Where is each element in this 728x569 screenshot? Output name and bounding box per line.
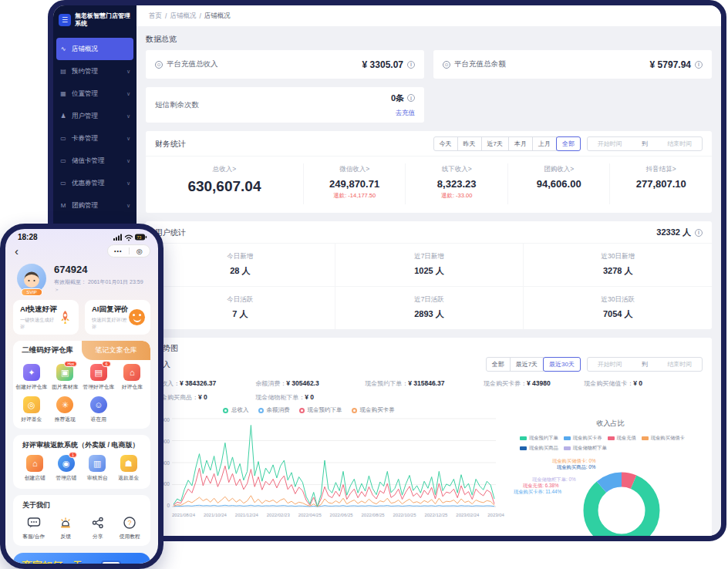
sidebar-item-user[interactable]: ♟ 用户管理∨	[53, 105, 136, 127]
more-menu-icon[interactable]: •••	[108, 248, 129, 254]
promo-banner[interactable]: 商家如何一天 涨200个好评 点击了解 ✓	[13, 553, 150, 569]
about-item[interactable]: ? 使用教程	[114, 515, 147, 540]
finance-date-filters: 今天昨天近7天本月上月全部	[433, 136, 581, 151]
trend-filter-button[interactable]: 最近30天	[543, 357, 581, 372]
donut-label: 现金购买卡券: 11.44%	[514, 489, 561, 496]
miniprogram-capsule: ••• ◎	[107, 244, 150, 258]
app-item-prize-wheel[interactable]: ✳ 推荐返现	[49, 396, 83, 423]
donut-legend-item[interactable]: 现金购买储值卡	[642, 435, 685, 442]
check-icon: ✓	[109, 564, 116, 569]
feature-grid: ✦ 创建好评仓库▣ 图片素材库Hot▤ 管理好评仓库6⌂ 好评仓库◎ 好评基金✳…	[13, 360, 150, 429]
signal-icon	[113, 234, 122, 241]
finance-stat: 团购收入> 94,606.00	[507, 163, 610, 204]
sidebar-item-card[interactable]: ▭ 卡券管理∨	[53, 127, 136, 150]
info-icon[interactable]: i	[695, 61, 703, 69]
app-item-coins[interactable]: ◎ 好评基金	[15, 396, 49, 423]
audit-doc-icon: ▥	[89, 455, 106, 472]
income-share-chart: 收入占比 现金预约下单现金购买卡券现金充值现金购买储值卡现金购买商品现金储物柜下…	[504, 417, 706, 536]
sidebar-item-calendar[interactable]: ▤ 预约管理∨	[53, 60, 136, 82]
storefront-icon: ⌂	[123, 364, 140, 381]
app-item-money-bag[interactable]: ☗ 返款基金	[113, 455, 145, 482]
sms-label: 短信剩余次数	[155, 100, 199, 110]
donut-legend-item[interactable]: 现金预约下单	[520, 435, 558, 442]
sidebar-item-coupon[interactable]: ▭ 优惠券管理∨	[53, 172, 136, 194]
app-item-shop-create[interactable]: ⌂ 创建店铺	[19, 455, 51, 482]
tab-note-copy-warehouse[interactable]: 笔记文案仓库	[82, 341, 150, 360]
info-icon[interactable]: i	[407, 94, 415, 102]
svip-badge: SVIP	[21, 288, 42, 296]
calendar-icon: ▤	[59, 68, 67, 75]
sidebar-item-group-buy[interactable]: M 团购管理∨	[53, 194, 136, 217]
tab-qrcode-warehouse[interactable]: 二维码好评仓库	[13, 341, 82, 360]
trend-stat: 余额消费：¥ 305462.3	[255, 379, 365, 388]
finance-filter-button[interactable]: 昨天	[457, 136, 482, 151]
app-item-shop-manage[interactable]: ◉ 管理店铺1	[51, 455, 83, 482]
status-time: 18:28	[18, 233, 38, 241]
app-item-image[interactable]: ▣ 图片素材库Hot	[49, 364, 83, 391]
platform-balance-card: ⊙平台充值总余额 ¥ 5797.94i	[433, 50, 712, 79]
membership-expiry[interactable]: 有效期截至： 2061年01月01日 23:59 ＞	[54, 278, 147, 294]
ai-quick-review-card[interactable]: AI快速好评 一键快速生成好评	[13, 300, 79, 335]
money-bag-icon: ☗	[120, 455, 137, 472]
close-circle-icon[interactable]: ◎	[130, 247, 150, 255]
legend-item[interactable]: 余额消费	[258, 406, 290, 414]
section-title: 好评审核返款系统（外卖版 / 电商版）	[18, 440, 146, 450]
breadcrumb-home[interactable]: 首页	[149, 12, 162, 21]
feature-sub: 一键快速生成好评	[20, 317, 57, 331]
shop-create-icon: ⌂	[26, 455, 43, 472]
status-icons: 73	[113, 233, 147, 241]
chevron-down-icon: ∨	[126, 69, 130, 75]
ai-reply-review-card[interactable]: AI回复评价 快速回复好评/差评	[85, 300, 150, 335]
donut-legend-item[interactable]: 现金购买商品	[520, 445, 558, 452]
info-icon[interactable]: i	[695, 229, 703, 237]
trend-filter-button[interactable]: 最近7天	[510, 357, 544, 372]
breadcrumb-sep: /	[199, 12, 201, 20]
finance-filter-button[interactable]: 全部	[556, 136, 581, 151]
about-item[interactable]: 反馈	[50, 515, 83, 540]
donut-legend-item[interactable]: 现金储物柜下单	[564, 445, 607, 452]
legend-item[interactable]: 现金购买卡券	[352, 406, 395, 414]
user-stat-cell: 今日新增28 人	[146, 244, 335, 287]
app-item-wand[interactable]: ✦ 创建好评仓库	[15, 364, 49, 391]
main-content: 首页 / 店铺概况 / 店铺概况 数据总览 ⊙平台充值总收入 ¥ 3305.07…	[136, 5, 721, 536]
feature-title: AI回复评价	[92, 305, 129, 315]
finance-daterange-picker[interactable]: 开始时间 到 结束时间	[587, 136, 703, 151]
app-item-storefront[interactable]: ⌂ 好评仓库	[116, 364, 150, 391]
finance-stat: 抖音结算> 277,807.10	[609, 163, 712, 204]
stored-value-card-icon: ▭	[59, 157, 67, 164]
users-total-value: 32332 人	[656, 227, 691, 238]
sidebar-item-location-grid[interactable]: ▦ 位置管理∨	[53, 82, 136, 105]
legend-item[interactable]: 总收入	[223, 406, 249, 414]
coin-icon: ⊙	[443, 61, 450, 69]
breadcrumb-level1[interactable]: 店铺概况	[170, 12, 196, 21]
app-item-audit-doc[interactable]: ▥ 审核后台	[82, 455, 113, 482]
rocket-icon	[57, 309, 73, 326]
trend-filter-button[interactable]: 全部	[486, 357, 511, 372]
chevron-down-icon: ∨	[126, 203, 130, 209]
about-item[interactable]: 分享	[82, 515, 114, 540]
badge: Hot	[64, 361, 77, 367]
trend-daterange-picker[interactable]: 开始时间 到 结束时间	[587, 357, 703, 372]
sidebar-item-stored-value-card[interactable]: ▭ 储值卡管理∨	[53, 150, 136, 172]
user-stat-cell: 今日活跃7 人	[146, 287, 335, 329]
sidebar-item-chart-line[interactable]: ∿ 店铺概况	[56, 38, 133, 60]
go-recharge-link[interactable]: 去充值	[396, 109, 416, 116]
app-logo-icon: ☰	[59, 14, 71, 26]
app-item-users-group[interactable]: ☺ 谁在用	[82, 396, 116, 423]
donut-legend-item[interactable]: 现金购买卡券	[564, 435, 602, 442]
finance-filter-button[interactable]: 本月	[508, 136, 533, 151]
donut-legend-item[interactable]: 现金充值	[608, 435, 636, 442]
finance-filter-button[interactable]: 上月	[532, 136, 557, 151]
user-stat-cell: 近7日活跃2893 人	[335, 287, 524, 329]
group-buy-icon: M	[59, 202, 67, 209]
finance-filter-button[interactable]: 今天	[433, 136, 458, 151]
finance-filter-button[interactable]: 近7天	[481, 136, 509, 151]
app-title: 無老板智慧门店管理系统	[75, 12, 131, 27]
smiley-icon	[129, 309, 145, 325]
donut-chart: 现金购买储值卡: 0%现金购买商品: 0%现金储物柜下单: 0%现金充值: 6.…	[515, 455, 706, 536]
about-item[interactable]: 客服/合作	[18, 515, 50, 540]
back-chevron-icon[interactable]: ‹	[15, 245, 19, 257]
app-item-clipboard[interactable]: ▤ 管理好评仓库6	[82, 364, 116, 391]
info-icon[interactable]: i	[407, 61, 415, 69]
legend-item[interactable]: 现金预约下单	[299, 406, 342, 414]
